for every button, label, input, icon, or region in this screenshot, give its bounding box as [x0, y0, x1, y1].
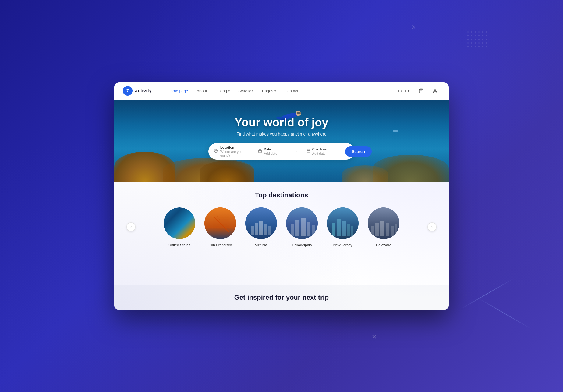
svg-rect-40 — [371, 226, 374, 236]
nav-link-about[interactable]: About — [193, 87, 211, 95]
dest-name-va: Virginia — [255, 243, 267, 247]
deco-dots-top — [467, 31, 488, 48]
destination-item[interactable]: Virginia — [244, 207, 278, 247]
checkout-input[interactable]: Check out Add date — [312, 147, 343, 155]
hero-content: Your world of joy Find what makes you ha… — [114, 100, 449, 182]
logo-icon: 7 — [123, 86, 133, 96]
destinations-section: Top destinations ‹ United States — [114, 182, 449, 285]
svg-rect-41 — [375, 223, 379, 236]
svg-rect-14 — [307, 150, 310, 153]
svg-point-1 — [434, 89, 436, 90]
checkout-field[interactable]: Check out Add date — [306, 147, 343, 155]
location-field[interactable]: Location Where are you going? — [214, 146, 251, 157]
svg-rect-45 — [395, 224, 397, 236]
svg-rect-23 — [255, 223, 258, 235]
hero-section: Your world of joy Find what makes you ha… — [114, 100, 449, 182]
date-arrow-icon: › — [296, 150, 297, 153]
dest-circle-de — [367, 207, 400, 240]
carousel-prev-button[interactable]: ‹ — [126, 222, 136, 231]
dest-circle-ph — [285, 207, 319, 240]
glow-line-2 — [478, 298, 531, 329]
calendar-icon — [258, 149, 262, 154]
hero-title: Your world of joy — [235, 116, 328, 129]
search-button[interactable]: Search — [345, 146, 372, 157]
dest-name-us: United States — [168, 243, 190, 247]
svg-rect-29 — [295, 220, 299, 236]
hero-subtitle: Find what makes you happy anytime, anywh… — [236, 132, 327, 136]
svg-rect-38 — [351, 226, 353, 236]
destinations-carousel: ‹ United States — [126, 207, 437, 247]
svg-rect-37 — [347, 224, 350, 236]
nav-link-activity[interactable]: Activity ▾ — [235, 87, 257, 95]
svg-rect-42 — [380, 221, 384, 236]
destination-item[interactable]: Philadelphia — [285, 207, 319, 247]
nav-link-listing[interactable]: Listing ▾ — [212, 87, 233, 95]
svg-rect-31 — [307, 222, 310, 236]
inspired-title: Get inspired for your next trip — [126, 294, 437, 302]
destination-item[interactable]: Delaware — [367, 207, 400, 247]
dest-circle-nj — [326, 207, 359, 240]
svg-rect-34 — [332, 223, 335, 236]
dest-image-de — [368, 207, 399, 239]
chevron-down-icon: ▾ — [252, 89, 253, 93]
dest-circle-sf — [204, 207, 237, 240]
location-icon — [214, 149, 218, 154]
svg-rect-28 — [291, 224, 294, 236]
svg-rect-30 — [301, 218, 306, 236]
svg-rect-35 — [337, 219, 341, 236]
destination-item[interactable]: New Jersey — [326, 207, 359, 247]
date-field[interactable]: Date Add date › — [258, 147, 299, 155]
dest-image-sf — [204, 207, 236, 239]
inspired-section: Get inspired for your next trip — [114, 285, 449, 310]
destinations-title: Top destinations — [126, 191, 437, 199]
chevron-down-icon: ▾ — [228, 89, 230, 93]
nav-link-contact[interactable]: Contact — [281, 87, 302, 95]
currency-selector[interactable]: EUR ▾ — [396, 87, 412, 94]
dest-name-ph: Philadelphia — [292, 243, 312, 247]
svg-rect-26 — [268, 226, 271, 235]
svg-rect-24 — [259, 221, 263, 235]
destinations-list: United States — [136, 207, 427, 247]
svg-rect-22 — [251, 226, 254, 235]
checkout-calendar-icon — [306, 149, 310, 154]
dest-image-us — [164, 207, 195, 239]
nav-links: Home page About Listing ▾ Activity ▾ Pag… — [164, 87, 395, 95]
svg-rect-25 — [264, 224, 267, 235]
logo-text: activity — [135, 88, 152, 94]
date-input[interactable]: Date Add date — [264, 147, 294, 155]
chevron-down-icon: ▾ — [274, 89, 276, 93]
svg-rect-43 — [386, 223, 389, 236]
nav-link-pages[interactable]: Pages ▾ — [258, 87, 280, 95]
cart-button[interactable] — [416, 86, 426, 96]
dest-name-nj: New Jersey — [333, 243, 352, 247]
dest-circle-va — [244, 207, 278, 240]
navbar: 7 activity Home page About Listing ▾ Act… — [114, 82, 449, 100]
location-input[interactable]: Location Where are you going? — [220, 146, 251, 157]
user-button[interactable] — [430, 86, 440, 96]
dest-circle-us — [163, 207, 196, 240]
svg-rect-36 — [342, 221, 346, 236]
dest-image-va — [245, 207, 277, 239]
search-bar: Location Where are you going? Date Add d… — [208, 143, 355, 159]
deco-x-1: ✕ — [411, 23, 416, 31]
logo-area: 7 activity — [123, 86, 152, 96]
nav-right: EUR ▾ — [396, 86, 440, 96]
nav-link-homepage[interactable]: Home page — [164, 87, 192, 95]
chevron-down-icon: ▾ — [408, 89, 410, 93]
browser-window: 7 activity Home page About Listing ▾ Act… — [114, 82, 449, 310]
dest-name-sf: San Francisco — [209, 243, 232, 247]
dest-name-de: Delaware — [376, 243, 391, 247]
dest-image-ph — [286, 207, 318, 239]
svg-rect-44 — [391, 226, 394, 236]
destination-item[interactable]: United States — [163, 207, 196, 247]
svg-rect-10 — [259, 150, 262, 153]
dest-image-nj — [327, 207, 359, 239]
carousel-next-button[interactable]: › — [427, 222, 437, 231]
glow-line-1 — [461, 278, 514, 309]
svg-rect-32 — [312, 225, 315, 236]
svg-point-9 — [215, 150, 216, 151]
deco-x-2: ✕ — [372, 333, 377, 341]
destination-item[interactable]: San Francisco — [204, 207, 237, 247]
